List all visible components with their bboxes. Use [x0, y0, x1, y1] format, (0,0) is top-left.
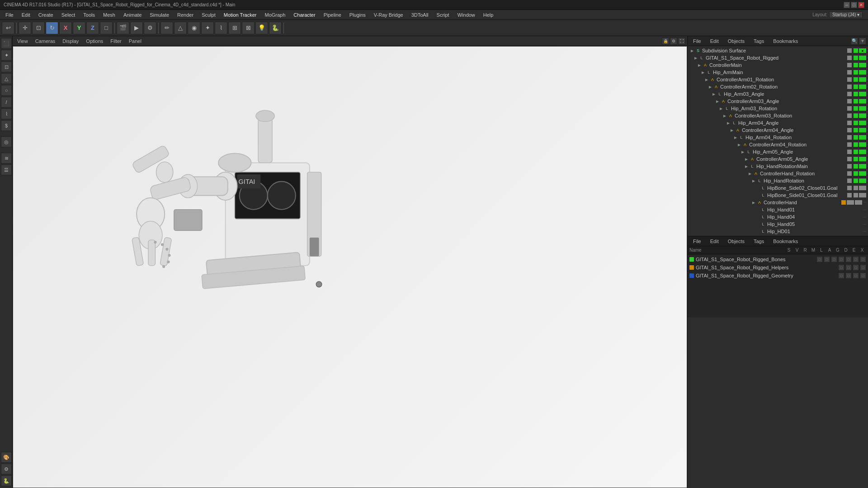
- tree-item-ctrl-hand[interactable]: ▶ A ControllerHand ···: [688, 199, 868, 206]
- left-tool-11[interactable]: ☰: [1, 164, 12, 175]
- menu-script[interactable]: Script: [433, 11, 453, 19]
- tree-item-hip-hand05[interactable]: L Hip_Hand05 ···: [688, 221, 868, 228]
- menu-create[interactable]: Create: [35, 11, 57, 19]
- left-tool-10[interactable]: ≋: [1, 153, 12, 164]
- maximize-button[interactable]: □: [851, 2, 857, 8]
- tree-item-hip-arm04-rot[interactable]: ▶ L Hip_Arm04_Rotation: [688, 134, 868, 141]
- tree-item-hip-handrot-main[interactable]: ▶ L Hip_HandRotationMain: [688, 163, 868, 170]
- tree-item-ctrl-arm04-rot[interactable]: ▶ A ControllerArm04_Rotation: [688, 141, 868, 148]
- rpanel-tab-tags[interactable]: Tags: [750, 38, 768, 45]
- tree-item-hipbone-side02[interactable]: L HipBone_Side02_Close01.Goal: [688, 184, 868, 192]
- vp-menu-cameras[interactable]: Cameras: [33, 38, 58, 45]
- move-tool[interactable]: ✛: [19, 22, 31, 34]
- close-button[interactable]: ✕: [858, 2, 864, 8]
- rpb-tab-objects[interactable]: Objects: [724, 238, 748, 245]
- rpanel-tab-edit[interactable]: Edit: [707, 38, 722, 45]
- left-tool-2[interactable]: ✦: [1, 50, 12, 61]
- rpb-tab-tags[interactable]: Tags: [750, 238, 768, 245]
- paint-tool[interactable]: ✏: [160, 22, 173, 34]
- magnet-tool[interactable]: ✦: [201, 22, 214, 34]
- xray-y[interactable]: Y: [73, 22, 85, 34]
- tree-item-hip-armmain[interactable]: ▶ L Hip_ArmMain: [688, 69, 868, 76]
- knife-tool[interactable]: ⌇: [215, 22, 227, 34]
- xray-x[interactable]: X: [59, 22, 72, 34]
- menu-file[interactable]: File: [2, 11, 17, 19]
- tree-item-hip-arm03-rot[interactable]: ▶ L Hip_Arm03_Rotation: [688, 105, 868, 112]
- vp-fullscreen-btn[interactable]: ⛶: [678, 38, 685, 45]
- left-tool-3[interactable]: ⊡: [1, 61, 12, 72]
- menu-render[interactable]: Render: [174, 11, 197, 19]
- tree-item-hip-arm03-angle[interactable]: ▶ L Hip_Arm03_Angle: [688, 90, 868, 98]
- tree-item-hip-hd01[interactable]: L Hip_HD01 ···: [688, 228, 868, 235]
- vp-menu-filter[interactable]: Filter: [108, 38, 124, 45]
- vp-menu-options[interactable]: Options: [83, 38, 106, 45]
- rp-item-geometry[interactable]: GITAI_S1_Space_Robot_Rigged_Geometry □ □…: [688, 272, 868, 280]
- grab-tool[interactable]: ⊠: [242, 22, 255, 34]
- light-tool[interactable]: 💡: [255, 22, 268, 34]
- layout-selector[interactable]: Startup (J4) ▾: [829, 11, 863, 18]
- scale-tool[interactable]: ⊡: [32, 22, 45, 34]
- xray-z[interactable]: Z: [86, 22, 99, 34]
- left-tool-6[interactable]: /: [1, 97, 12, 108]
- menu-vray[interactable]: V-Ray Bridge: [370, 11, 407, 19]
- minimize-button[interactable]: ─: [844, 2, 850, 8]
- render-active[interactable]: ▶: [130, 22, 143, 34]
- menu-window[interactable]: Window: [454, 11, 479, 19]
- tree-item-hip-hand04[interactable]: L Hip_Hand04 ···: [688, 213, 868, 221]
- tree-item-ctrlmain[interactable]: ▶ A ControllerMain: [688, 61, 868, 69]
- rpb-tab-edit[interactable]: Edit: [707, 238, 722, 245]
- render-region[interactable]: 🎬: [117, 22, 129, 34]
- tree-item-hip-arm05-angle[interactable]: ▶ L Hip_Arm05_Angle: [688, 148, 868, 155]
- edge-tool[interactable]: ⊞: [228, 22, 241, 34]
- rpb-tab-bookmarks[interactable]: Bookmarks: [769, 238, 802, 245]
- menu-3dtoall[interactable]: 3DToAll: [408, 11, 432, 19]
- fill-tool[interactable]: ◉: [188, 22, 200, 34]
- menu-tools[interactable]: Tools: [80, 11, 99, 19]
- rp-item-bones[interactable]: GITAI_S1_Space_Robot_Rigged_Bones □ □ □ …: [688, 255, 868, 263]
- vp-menu-view[interactable]: View: [14, 38, 31, 45]
- tree-item-ctrl-arm04-angle[interactable]: ▶ A ControllerArm04_Angle: [688, 127, 868, 134]
- tree-item-hip-hand01[interactable]: L Hip_Hand01 ···: [688, 206, 868, 213]
- object-tree[interactable]: ▶ S Subdivision Surface ● ▶ L GITAI_S1_S…: [688, 46, 868, 236]
- menu-simulate[interactable]: Simulate: [146, 11, 173, 19]
- menu-select[interactable]: Select: [58, 11, 79, 19]
- tree-item-hipbone-side01[interactable]: L HipBone_Side01_Close01.Goal: [688, 192, 868, 199]
- left-tool-9[interactable]: ◎: [1, 136, 12, 147]
- rpb-tab-file[interactable]: File: [689, 238, 705, 245]
- vp-settings-btn[interactable]: ⚙: [670, 38, 677, 45]
- object-mode[interactable]: □: [100, 22, 113, 34]
- py-tool[interactable]: 🐍: [269, 22, 282, 34]
- left-tool-4[interactable]: △: [1, 73, 12, 84]
- rpanel-tab-bookmarks[interactable]: Bookmarks: [769, 38, 802, 45]
- menu-plugins[interactable]: Plugins: [346, 11, 369, 19]
- tree-item-robot-rigged[interactable]: ▶ L GITAI_S1_Space_Robot_Rigged: [688, 54, 868, 61]
- tree-arrow[interactable]: ▶: [689, 49, 695, 53]
- menu-help[interactable]: Help: [480, 11, 497, 19]
- left-tool-5[interactable]: ○: [1, 85, 12, 96]
- menu-sculpt[interactable]: Sculpt: [198, 11, 219, 19]
- filter-icon[interactable]: ▼: [859, 38, 866, 45]
- menu-edit[interactable]: Edit: [18, 11, 34, 19]
- rotate-tool[interactable]: ↻: [46, 22, 58, 34]
- tree-item-hip-arm04-angle[interactable]: ▶ L Hip_Arm04_Angle: [688, 119, 868, 127]
- poly-pen[interactable]: △: [174, 22, 187, 34]
- rp-item-helpers[interactable]: GITAI_S1_Space_Robot_Rigged_Helpers □ □ …: [688, 263, 868, 272]
- vp-lock-btn[interactable]: 🔒: [662, 38, 669, 45]
- rpanel-tab-objects[interactable]: Objects: [724, 38, 748, 45]
- tree-item-ctrl-hand-rot[interactable]: ▶ A ControllerHand_Rotation: [688, 170, 868, 177]
- tree-item-subdiv[interactable]: ▶ S Subdivision Surface ●: [688, 47, 868, 54]
- tree-item-ctrl-arm02[interactable]: ▶ A ControllerArm02_Rotation: [688, 83, 868, 90]
- menu-character[interactable]: Character: [290, 11, 319, 19]
- left-tool-bottom-1[interactable]: 🎨: [1, 452, 12, 463]
- left-tool-bottom-3[interactable]: 🐍: [1, 475, 12, 486]
- tree-item-ctrl-arm01[interactable]: ▶ A ControllerArm01_Rotation: [688, 76, 868, 83]
- tree-item-ctrl-arm03-angle[interactable]: ▶ A ControllerArm03_Angle: [688, 98, 868, 105]
- menu-animate[interactable]: Animate: [120, 11, 145, 19]
- vp-menu-panel[interactable]: Panel: [126, 38, 144, 45]
- left-tool-bottom-2[interactable]: ⚙: [1, 464, 12, 474]
- menu-mesh[interactable]: Mesh: [99, 11, 119, 19]
- tree-item-ctrl-arm03-rot[interactable]: ▶ A ControllerArm03_Rotation: [688, 112, 868, 119]
- menu-mograph[interactable]: MoGraph: [261, 11, 289, 19]
- rpanel-tab-file[interactable]: File: [689, 38, 705, 45]
- left-tool-1[interactable]: ⬛: [1, 38, 12, 49]
